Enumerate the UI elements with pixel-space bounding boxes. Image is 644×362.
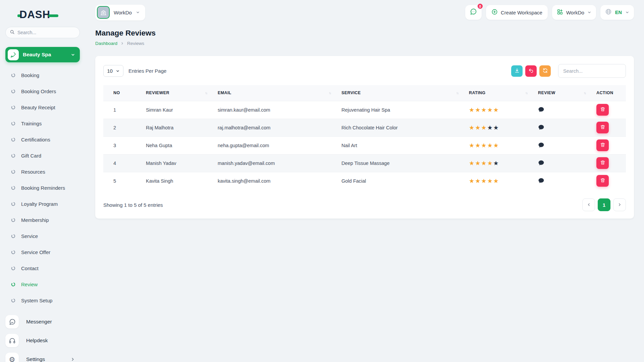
view-review-button[interactable] [538,106,544,114]
sidebar-item-booking[interactable]: Booking [5,67,80,83]
pagination-next-button[interactable] [613,198,626,211]
delete-review-button[interactable] [596,122,609,133]
speech-bubble-icon [538,160,544,167]
cell-email: manish.yadav@email.com [212,154,336,172]
sidebar-item-label: Service [21,233,38,239]
sidebar-item-contact[interactable]: Contact [5,260,80,276]
topbar-actions: 0 Create Workspace WorkDo [465,5,634,20]
column-header-rating[interactable]: RATING↑↓ [464,85,533,101]
pagination: 1 [582,198,626,211]
sidebar-item-beauty-receipt[interactable]: Beauty Receipt [5,99,80,115]
language-selector[interactable]: EN [600,5,634,20]
cell-action [591,172,626,190]
star-rating: ★★★★★ [469,107,499,113]
reviews-card: 10 Entries Per Page [95,56,634,219]
sidebar-item-resources[interactable]: Resources [5,164,80,180]
cell-review [533,172,591,190]
speech-bubble-icon [538,124,544,131]
cell-no: 5 [103,172,141,190]
grid-add-icon [557,9,563,16]
column-header-service[interactable]: SERVICE↑↓ [336,85,464,101]
star-empty-icon: ★ [493,124,499,131]
sidebar-footer-item-helpdesk[interactable]: Helpdesk [5,331,80,350]
delete-review-button[interactable] [596,175,609,187]
bullet-ring-icon [11,186,15,190]
sidebar-footer-item-label: Helpdesk [26,338,80,344]
back-button[interactable] [525,65,537,77]
bullet-ring-icon [11,266,15,270]
pagination-prev-button[interactable] [582,198,595,211]
pagination-page-1-button[interactable]: 1 [598,198,610,211]
sidebar-item-service-offer[interactable]: Service Offer [5,244,80,260]
delete-review-button[interactable] [596,157,609,169]
delete-review-button[interactable] [596,139,609,151]
sidebar-item-label: System Setup [21,298,52,303]
sidebar-item-system-setup[interactable]: System Setup [5,292,80,308]
cell-rating: ★★★★★ [464,101,533,119]
star-filled-icon: ★ [469,142,475,149]
sidebar-item-label: Booking Orders [21,88,56,94]
sidebar-item-booking-reminders[interactable]: Booking Reminders [5,180,80,196]
cell-service: Rich Chocolate Hair Color [336,119,464,136]
review-row-3: 3Neha Guptaneha.gupta@email.comNail Art★… [103,136,626,154]
table-search-input[interactable] [558,64,626,78]
sidebar-item-membership[interactable]: Membership [5,212,80,228]
chat-bubble-icon [470,8,477,17]
sidebar-item-booking-orders[interactable]: Booking Orders [5,83,80,99]
workspace-avatar-building-icon [97,6,110,19]
entries-per-page-value: 10 [107,68,113,74]
sort-icon[interactable]: ↑↓ [329,91,331,95]
sidebar-module-beauty-spa[interactable]: Beauty Spa [5,47,80,62]
entries-per-page-label: Entries Per Page [128,68,166,74]
sidebar-search[interactable] [5,27,80,38]
sidebar-item-gift-card[interactable]: Gift Card [5,147,80,164]
sidebar-search-input[interactable] [17,30,68,35]
sort-icon[interactable]: ↑↓ [205,91,207,95]
breadcrumb-current: Reviews [127,41,144,46]
star-filled-icon: ★ [469,178,475,184]
create-workspace-button[interactable]: Create Workspace [486,5,548,20]
sort-icon[interactable]: ↑↓ [525,91,527,95]
logo-accent-dash [48,14,58,17]
sidebar-item-trainings[interactable]: Trainings [5,115,80,131]
delete-review-button[interactable] [596,104,609,116]
bullet-ring-icon [11,137,15,142]
sidebar-item-certifications[interactable]: Certifications [5,131,80,147]
refresh-button[interactable] [539,65,551,77]
sidebar-footer-item-label: Settings [26,356,63,362]
sidebar-footer-item-messenger[interactable]: Messenger [5,312,80,331]
sidebar-item-service[interactable]: Service [5,228,80,244]
reviews-table-body: 1Simran Kaursimran.kaur@email.comRejuven… [103,101,626,190]
export-button[interactable] [511,65,523,77]
sidebar-item-label: Service Offer [21,249,50,255]
messages-button[interactable]: 0 [465,5,482,20]
sort-icon[interactable]: ↑↓ [456,91,458,95]
column-header-review[interactable]: REVIEW↑↓ [533,85,591,101]
entries-per-page-select[interactable]: 10 [103,65,123,77]
bullet-ring-icon [11,121,15,126]
star-rating: ★★★★★ [469,160,499,167]
view-review-button[interactable] [538,124,544,131]
cell-reviewer: Kavita Singh [141,172,212,190]
workspace-selector[interactable]: WorkDo [95,5,145,20]
page-header: Manage Reviews Dashboard Reviews [95,29,634,46]
sidebar-item-review[interactable]: Review [5,276,80,292]
star-rating: ★★★★★ [469,124,499,131]
column-header-reviewer[interactable]: REVIEWER↑↓ [141,85,212,101]
star-filled-icon: ★ [481,107,487,113]
star-filled-icon: ★ [481,142,487,149]
account-menu[interactable]: WorkDo [552,5,596,20]
cell-action [591,101,626,119]
sort-icon[interactable]: ↑↓ [584,91,586,95]
column-header-email[interactable]: EMAIL↑↓ [212,85,336,101]
view-review-button[interactable] [538,177,544,185]
breadcrumb-dashboard-link[interactable]: Dashboard [95,41,117,46]
star-empty-icon: ★ [487,124,493,131]
view-review-button[interactable] [538,142,544,149]
sidebar: DASH Beauty Spa BookingBooking OrdersBea… [0,0,85,362]
sidebar-footer-item-settings[interactable]: ⚙Settings [5,350,80,362]
sidebar-item-loyalty-program[interactable]: Loyalty Program [5,196,80,212]
view-review-button[interactable] [538,160,544,167]
gear-icon: ⚙ [5,353,19,362]
chevron-down-icon [116,69,120,73]
